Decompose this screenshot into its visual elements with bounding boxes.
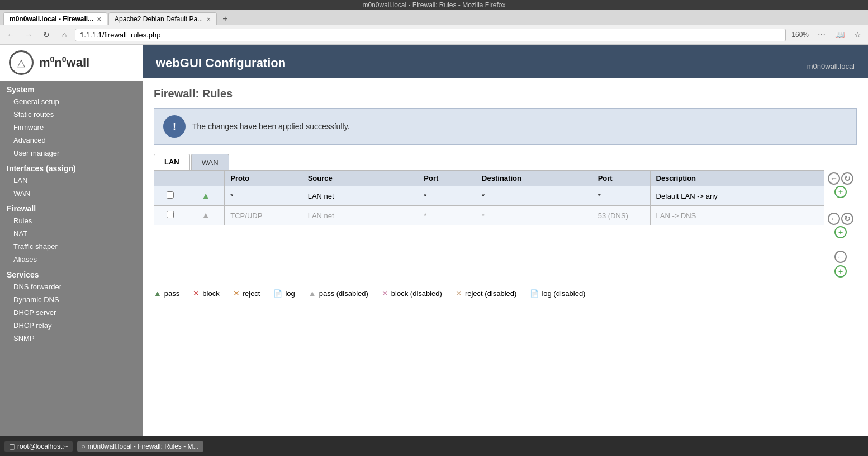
log-disabled-icon: 📄 xyxy=(530,289,539,298)
taskbar-app-firefox[interactable]: ○ m0n0wall.local - Firewall: Rules - M..… xyxy=(77,441,203,452)
tab-close-2[interactable]: ✕ xyxy=(206,16,211,22)
browser-titlebar: m0n0wall.local - Firewall: Rules - Mozil… xyxy=(0,0,868,10)
legend-block-disabled: ✕ block (disabled) xyxy=(382,289,442,298)
reader-button[interactable]: 📖 xyxy=(832,27,847,42)
row2-dest: * xyxy=(476,206,592,225)
block-icon: ✕ xyxy=(193,289,200,298)
row2-btn-row2: + xyxy=(834,226,847,238)
logo-area: △ m0n0wall xyxy=(0,45,143,81)
refresh-button[interactable]: ↻ xyxy=(39,27,54,42)
row1-dport: * xyxy=(592,186,650,206)
legend-log: 📄 log xyxy=(273,289,295,298)
sidebar-item-general-setup[interactable]: General setup xyxy=(0,95,143,108)
row1-desc: Default LAN -> any xyxy=(650,186,824,206)
th-proto: Proto xyxy=(225,171,302,186)
row2-proto: TCP/UDP xyxy=(225,206,302,225)
browser-toolbar: ← → ↻ ⌂ 160% ⋯ 📖 ☆ xyxy=(0,25,868,45)
row2-copy-button[interactable]: ↻ xyxy=(841,213,853,225)
tab-2[interactable]: Apache2 Debian Default Pa... ✕ xyxy=(108,12,217,25)
forward-button[interactable]: → xyxy=(21,27,36,42)
legend-log-disabled-label: log (disabled) xyxy=(542,289,585,298)
browser-title: m0n0wall.local - Firewall: Rules - Mozil… xyxy=(362,1,505,9)
legend-log-label: log xyxy=(285,289,295,298)
sidebar-item-rules[interactable]: Rules xyxy=(0,214,143,227)
sidebar-item-nat[interactable]: NAT xyxy=(0,227,143,240)
row1-btn-row1: ← ↻ xyxy=(828,172,853,185)
more-button[interactable]: ⋯ xyxy=(814,27,829,42)
back-button[interactable]: ← xyxy=(3,27,18,42)
row1-arrow: ▲ xyxy=(187,186,224,206)
legend-reject-disabled: ✕ reject (disabled) xyxy=(456,289,517,298)
row1-checkbox[interactable] xyxy=(167,191,174,199)
row2-up-arrow[interactable]: ▲ xyxy=(201,210,211,220)
tab-active[interactable]: m0n0wall.local - Firewall... ✕ xyxy=(3,12,107,25)
rules-table-container: Proto Source Port Destination Port Descr… xyxy=(154,170,824,225)
sidebar-item-dhcp-relay[interactable]: DHCP relay xyxy=(0,319,143,332)
row2-dport: 53 (DNS) xyxy=(592,206,650,225)
page-wrapper: △ m0n0wall System General setup Static r… xyxy=(0,45,868,436)
sidebar-item-static-routes[interactable]: Static routes xyxy=(0,108,143,121)
legend-block: ✕ block xyxy=(193,289,219,298)
pass-icon: ▲ xyxy=(154,289,162,298)
taskbar-terminal-label: root@localhost:~ xyxy=(17,443,68,450)
tab-close-1[interactable]: ✕ xyxy=(97,16,101,22)
bookmark-button[interactable]: ☆ xyxy=(850,27,865,42)
th-description: Description xyxy=(650,171,824,186)
legend-pass-label: pass xyxy=(164,289,179,298)
row2-arrow: ▲ xyxy=(187,206,224,225)
sidebar-item-wan[interactable]: WAN xyxy=(0,187,143,200)
tab-wan[interactable]: WAN xyxy=(191,154,229,170)
block-disabled-icon: ✕ xyxy=(382,289,388,298)
row1-proto: * xyxy=(225,186,302,206)
sidebar-item-traffic-shaper[interactable]: Traffic shaper xyxy=(0,240,143,253)
sidebar-item-lan[interactable]: LAN xyxy=(0,174,143,187)
row2-edit-button[interactable]: ← xyxy=(828,213,840,225)
tab-label-1: m0n0wall.local - Firewall... xyxy=(10,15,93,23)
row2-add-button[interactable]: + xyxy=(834,226,847,238)
legend-reject: ✕ reject xyxy=(233,289,260,298)
sidebar-item-user-manager[interactable]: User manager xyxy=(0,147,143,159)
alert-icon: ! xyxy=(163,115,186,138)
reject-disabled-icon: ✕ xyxy=(456,289,462,298)
sidebar-item-firmware[interactable]: Firmware xyxy=(0,121,143,134)
legend-pass: ▲ pass xyxy=(154,289,179,298)
legend-block-disabled-label: block (disabled) xyxy=(391,289,442,298)
row2-source: LAN net xyxy=(302,206,418,225)
legend-pass-disabled: ▲ pass (disabled) xyxy=(309,289,368,298)
global-edit-button[interactable]: ← xyxy=(834,251,847,263)
home-button[interactable]: ⌂ xyxy=(57,27,72,42)
row1-source: LAN net xyxy=(302,186,418,206)
taskbar-firefox-label: m0n0wall.local - Firewall: Rules - M... xyxy=(88,443,199,450)
th-source-port: Port xyxy=(418,171,476,186)
row1-copy-button[interactable]: ↻ xyxy=(841,172,853,185)
table-header-row: Proto Source Port Destination Port Descr… xyxy=(154,171,824,186)
th-dest-port: Port xyxy=(592,171,650,186)
sidebar-item-advanced[interactable]: Advanced xyxy=(0,134,143,147)
taskbar: ▢ root@localhost:~ ○ m0n0wall.local - Fi… xyxy=(0,436,868,456)
sidebar-item-snmp[interactable]: SNMP xyxy=(0,332,143,345)
row2-btn-row1: ← ↻ xyxy=(828,213,853,225)
header-hostname: m0n0wall.local xyxy=(807,62,855,70)
url-bar[interactable] xyxy=(75,29,786,41)
sidebar: △ m0n0wall System General setup Static r… xyxy=(0,45,143,436)
main-content: webGUI Configuration m0n0wall.local Fire… xyxy=(143,45,868,436)
main-header: webGUI Configuration m0n0wall.local xyxy=(143,45,868,78)
sidebar-item-dhcp-server[interactable]: DHCP server xyxy=(0,306,143,319)
sidebar-item-dns-forwarder[interactable]: DNS forwarder xyxy=(0,280,143,293)
tab-lan[interactable]: LAN xyxy=(154,154,190,170)
row1-add-button[interactable]: + xyxy=(834,186,847,198)
rules-table: Proto Source Port Destination Port Descr… xyxy=(154,170,824,225)
taskbar-app-terminal[interactable]: ▢ root@localhost:~ xyxy=(4,441,73,452)
row1-up-arrow[interactable]: ▲ xyxy=(201,191,211,201)
row2-sport: * xyxy=(418,206,476,225)
global-add-button[interactable]: + xyxy=(834,265,847,278)
sidebar-section-firewall: Firewall xyxy=(0,200,143,214)
row2-actions: ← ↻ + xyxy=(828,213,853,238)
th-source: Source xyxy=(302,171,418,186)
row2-checkbox[interactable] xyxy=(167,211,174,218)
new-tab-button[interactable]: + xyxy=(218,13,232,25)
table-row: ▲ * LAN net * * * Default LAN -> any xyxy=(154,186,824,206)
row1-edit-button[interactable]: ← xyxy=(828,172,840,185)
sidebar-item-aliases[interactable]: Aliases xyxy=(0,253,143,266)
sidebar-item-dynamic-dns[interactable]: Dynamic DNS xyxy=(0,293,143,306)
